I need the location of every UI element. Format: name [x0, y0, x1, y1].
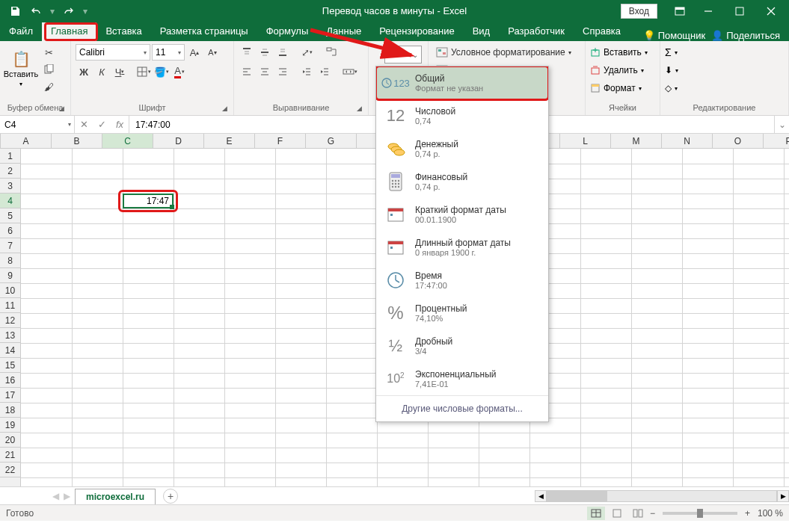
row-header[interactable]: 10: [0, 283, 20, 298]
zoom-in-icon[interactable]: +: [745, 508, 750, 519]
format-option-числовой[interactable]: 12Числовой0,74: [376, 99, 548, 132]
column-header[interactable]: G: [306, 134, 357, 148]
align-right-icon[interactable]: [274, 64, 291, 80]
increase-indent-icon[interactable]: [316, 64, 333, 80]
row-header[interactable]: 4: [0, 194, 20, 208]
align-top-icon[interactable]: [239, 44, 255, 61]
row-header[interactable]: 1: [0, 149, 20, 164]
insert-cells-button[interactable]: Вставить▾: [590, 44, 648, 61]
italic-icon[interactable]: К: [93, 64, 110, 80]
column-header[interactable]: B: [52, 134, 102, 148]
cut-icon[interactable]: ✂: [40, 44, 57, 61]
format-option-дробный[interactable]: ½Дробный3/4: [376, 330, 548, 362]
format-painter-icon[interactable]: 🖌: [40, 78, 57, 95]
cancel-formula-icon[interactable]: ✕: [75, 119, 93, 130]
column-header[interactable]: L: [560, 134, 611, 148]
tab-view[interactable]: Вид: [464, 22, 500, 41]
align-bottom-icon[interactable]: [274, 44, 291, 61]
row-header[interactable]: 3: [0, 179, 20, 194]
redo-icon[interactable]: [60, 2, 78, 20]
enter-formula-icon[interactable]: ✓: [93, 119, 111, 130]
format-option-общий[interactable]: 123ОбщийФормат не указан: [376, 66, 548, 99]
column-header[interactable]: E: [204, 134, 255, 148]
zoom-out-icon[interactable]: −: [650, 508, 655, 519]
dialog-launcher-icon[interactable]: ◢: [222, 105, 227, 112]
format-cells-button[interactable]: Формат▾: [590, 80, 642, 96]
undo-icon[interactable]: [27, 2, 45, 20]
horizontal-scrollbar[interactable]: ◀ ▶: [535, 490, 789, 502]
row-header[interactable]: 16: [0, 373, 20, 388]
column-header[interactable]: C: [102, 134, 153, 148]
name-box[interactable]: C4▾: [0, 116, 75, 133]
row-header[interactable]: 17: [0, 388, 20, 403]
align-middle-icon[interactable]: [257, 44, 273, 61]
row-header[interactable]: 19: [0, 418, 20, 433]
format-option-денежный[interactable]: Денежный0,74 р.: [376, 132, 548, 165]
expand-formula-bar-icon[interactable]: ⌄: [774, 116, 789, 133]
maximize-icon[interactable]: [725, 0, 755, 22]
column-header[interactable]: D: [153, 134, 204, 148]
decrease-indent-icon[interactable]: [298, 64, 315, 80]
dialog-launcher-icon[interactable]: ◢: [59, 105, 64, 112]
row-header[interactable]: 9: [0, 268, 20, 283]
row-header[interactable]: 12: [0, 313, 20, 328]
format-option-длинный-формат-даты[interactable]: Длинный формат даты0 января 1900 г.: [376, 231, 548, 264]
close-icon[interactable]: [756, 0, 786, 22]
sheet-nav-next-icon[interactable]: ▶: [64, 491, 70, 501]
tell-me-button[interactable]: 💡Помощник: [643, 30, 706, 41]
fill-color-icon[interactable]: 🪣▾: [153, 64, 170, 80]
orientation-icon[interactable]: ⤢▾: [298, 44, 315, 61]
qat-dropdown-icon[interactable]: ▾: [48, 4, 57, 19]
copy-icon[interactable]: [40, 61, 57, 78]
font-size-select[interactable]: 11▾: [152, 44, 185, 61]
save-icon[interactable]: [6, 2, 24, 20]
bold-icon[interactable]: Ж: [76, 64, 92, 80]
row-header[interactable]: 22: [0, 463, 20, 477]
qat-customize-icon[interactable]: ▾: [81, 4, 90, 19]
format-option-экспоненциальный[interactable]: 102Экспоненциальный7,41E-01: [376, 362, 548, 395]
column-header[interactable]: M: [611, 134, 662, 148]
paste-button[interactable]: 📋 Вставить ▾: [4, 44, 37, 93]
autosum-button[interactable]: Σ▾: [665, 44, 678, 61]
row-header[interactable]: 20: [0, 433, 20, 448]
align-center-icon[interactable]: [257, 64, 273, 80]
border-icon[interactable]: ▾: [135, 64, 152, 80]
format-option-время[interactable]: Время17:47:00: [376, 264, 548, 297]
delete-cells-button[interactable]: Удалить▾: [590, 62, 644, 78]
row-header[interactable]: 11: [0, 298, 20, 313]
active-cell[interactable]: 17:47: [123, 194, 174, 208]
format-option-краткий-формат-даты[interactable]: Краткий формат даты00.01.1900: [376, 198, 548, 231]
tab-developer[interactable]: Разработчик: [499, 22, 574, 41]
merge-icon[interactable]: ▾: [339, 64, 361, 80]
minimize-icon[interactable]: [693, 0, 723, 22]
tab-home[interactable]: Главная: [42, 22, 96, 41]
fx-icon[interactable]: fx: [111, 119, 129, 130]
font-name-select[interactable]: Calibri▾: [76, 44, 150, 61]
row-header[interactable]: 8: [0, 253, 20, 268]
underline-icon[interactable]: Ч ▾: [111, 64, 128, 80]
clear-button[interactable]: ◇▾: [665, 80, 678, 96]
tab-insert[interactable]: Вставка: [96, 22, 150, 41]
number-format-dropdown[interactable]: ⌄: [384, 46, 422, 64]
align-left-icon[interactable]: [239, 64, 255, 80]
row-header[interactable]: 5: [0, 208, 20, 223]
row-header[interactable]: 7: [0, 238, 20, 253]
row-header[interactable]: 18: [0, 403, 20, 418]
format-option-процентный[interactable]: %Процентный74,10%: [376, 297, 548, 330]
zoom-level[interactable]: 100 %: [758, 508, 783, 519]
fill-handle[interactable]: [170, 205, 174, 209]
zoom-slider[interactable]: [663, 512, 737, 515]
row-header[interactable]: 21: [0, 448, 20, 463]
column-header[interactable]: O: [713, 134, 764, 148]
font-color-icon[interactable]: A▾: [171, 64, 188, 80]
decrease-font-icon[interactable]: A▾: [204, 44, 221, 61]
column-header[interactable]: F: [255, 134, 306, 148]
fill-button[interactable]: ⬇▾: [665, 62, 678, 78]
dialog-launcher-icon[interactable]: ◢: [357, 105, 362, 112]
sheet-tab[interactable]: microexcel.ru: [75, 489, 156, 504]
row-header[interactable]: 13: [0, 328, 20, 343]
column-header[interactable]: P: [764, 134, 789, 148]
format-option-финансовый[interactable]: Финансовый0,74 р.: [376, 165, 548, 198]
conditional-format-button[interactable]: Условное форматирование▾: [436, 44, 571, 61]
row-header[interactable]: 2: [0, 164, 20, 179]
